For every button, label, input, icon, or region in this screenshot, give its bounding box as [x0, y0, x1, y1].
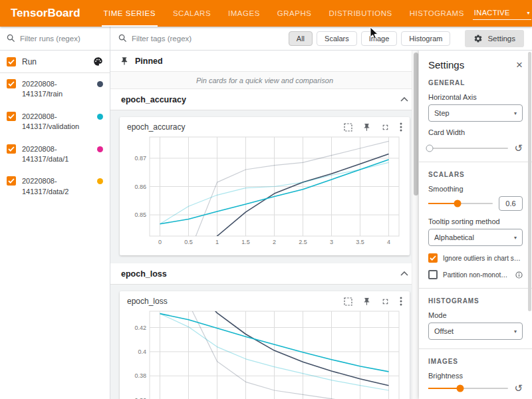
tooltip-sorting-label: Tooltip sorting method	[428, 217, 523, 225]
cards-scroll-area: Pinned Pin cards for a quick view and co…	[110, 51, 419, 399]
tag-type-chip[interactable]: All	[289, 31, 313, 46]
card-title: epoch_accuracy	[127, 122, 185, 132]
run-color-palette-icon[interactable]	[93, 57, 103, 66]
nav-tab[interactable]: SCALARS	[164, 0, 219, 27]
nav-tab[interactable]: DISTRIBUTIONS	[320, 0, 400, 27]
search-icon	[118, 34, 127, 43]
nav-tab[interactable]: IMAGES	[219, 0, 269, 27]
section-header-epoch-loss[interactable]: epoch_loss	[110, 263, 419, 285]
svg-text:0.36: 0.36	[134, 397, 146, 399]
nav-tab-label: HISTOGRAMS	[410, 9, 464, 17]
check-icon	[8, 178, 15, 184]
pin-icon[interactable]	[362, 123, 371, 132]
card-title: epoch_loss	[127, 297, 168, 306]
run-list-item[interactable]: 20220808-141317/validation	[0, 106, 110, 138]
runs-filter-input[interactable]	[20, 35, 103, 43]
select-all-runs-checkbox[interactable]	[7, 57, 16, 66]
epoch-accuracy-chart[interactable]: 00.511.522.533.540.850.860.87	[124, 132, 404, 248]
more-menu-icon[interactable]	[400, 297, 402, 306]
svg-text:0.85: 0.85	[134, 211, 146, 218]
svg-text:1.5: 1.5	[241, 239, 250, 245]
tag-type-chip-label: Histogram	[409, 35, 442, 43]
card-width-slider[interactable]	[428, 148, 508, 149]
smoothing-slider-thumb[interactable]	[454, 200, 461, 207]
settings-panel: Settings × GENERAL Horizontal Axis Step …	[419, 51, 532, 399]
card-width-slider-thumb[interactable]	[426, 144, 434, 152]
pin-icon[interactable]	[362, 297, 371, 306]
nav-tab[interactable]: GRAPHS	[269, 0, 321, 27]
close-icon[interactable]: ×	[516, 59, 523, 70]
nav-tab-label: GRAPHS	[277, 9, 312, 17]
settings-panel-title: Settings	[428, 59, 464, 70]
section-title: epoch_accuracy	[121, 95, 186, 104]
brightness-slider[interactable]	[428, 388, 508, 389]
smoothing-value-input[interactable]	[499, 196, 523, 211]
tag-type-chip[interactable]: Image	[361, 31, 398, 46]
chevron-down-icon: ▾	[514, 329, 517, 334]
check-icon	[430, 255, 436, 261]
fullscreen-icon[interactable]	[381, 123, 390, 132]
section-header-epoch-accuracy[interactable]: epoch_accuracy	[110, 89, 419, 110]
pinned-title: Pinned	[135, 57, 163, 66]
nav-tabs: TIME SERIES SCALARS IMAGES GRAPHS DISTRI…	[95, 0, 473, 27]
tooltip-sorting-value: Alphabetical	[434, 233, 474, 241]
tag-type-chip[interactable]: Scalars	[317, 31, 357, 46]
nav-tab[interactable]: HISTOGRAMS	[401, 0, 473, 27]
svg-text:2.5: 2.5	[299, 239, 307, 245]
reset-icon[interactable]: ↺	[514, 143, 523, 153]
pin-icon	[120, 57, 129, 66]
epoch-loss-chart[interactable]: 00.511.522.533.540.360.380.40.42	[124, 307, 404, 399]
card-header: epoch_accuracy	[124, 120, 405, 132]
run-checkbox[interactable]	[7, 176, 16, 186]
chevron-up-icon[interactable]	[400, 271, 408, 276]
nav-tab-label: SCALARS	[173, 9, 211, 17]
run-color-dot	[97, 178, 103, 184]
runs-header-row: Run	[0, 51, 110, 73]
chevron-down-icon: ▾	[514, 110, 517, 116]
ignore-outliers-checkbox[interactable]	[428, 253, 438, 263]
run-label: 20220808-141317/data/1	[22, 144, 91, 165]
reset-icon[interactable]: ↺	[514, 383, 523, 393]
runs-column-label: Run	[22, 57, 37, 66]
svg-text:0.38: 0.38	[134, 372, 146, 379]
run-list-item[interactable]: 20220808-141317/data/1	[0, 138, 110, 171]
fit-to-data-icon[interactable]	[344, 297, 352, 306]
fit-to-data-icon[interactable]	[344, 123, 352, 132]
histogram-mode-select[interactable]: Offset ▾	[428, 323, 523, 340]
svg-text:0: 0	[158, 239, 162, 245]
nav-tab[interactable]: TIME SERIES	[95, 0, 164, 27]
partition-x-axis-checkbox[interactable]	[428, 270, 438, 279]
smoothing-slider[interactable]	[428, 203, 493, 204]
run-label: 20220808-141317/train	[22, 79, 91, 100]
run-label: 20220808-141317/validation	[22, 112, 91, 132]
card-actions	[344, 297, 402, 306]
reload-status-select[interactable]: INACTIVE ▾	[473, 7, 531, 20]
scrollbar-thumb[interactable]	[414, 53, 418, 196]
vertical-scrollbar[interactable]	[412, 51, 419, 399]
panel-scrollbar-thumb[interactable]	[528, 52, 531, 311]
tags-filter: All Scalars Image Histogram	[110, 27, 458, 50]
run-checkbox[interactable]	[7, 79, 16, 88]
run-label: 20220808-141317/data/2	[22, 176, 91, 197]
run-list-item[interactable]: 20220808-141317/train	[0, 73, 110, 106]
tags-filter-input[interactable]	[132, 35, 284, 43]
settings-button[interactable]: Settings	[465, 30, 524, 47]
tag-type-chips: All Scalars Image Histogram	[289, 31, 451, 46]
tag-type-chip-label: Image	[369, 35, 390, 43]
run-checkbox[interactable]	[7, 112, 16, 121]
run-checkbox[interactable]	[7, 144, 16, 154]
group-label-images: IMAGES	[428, 358, 523, 365]
horizontal-axis-select[interactable]: Step ▾	[428, 104, 523, 122]
svg-text:0.86: 0.86	[134, 184, 146, 190]
info-icon[interactable]	[515, 271, 523, 279]
tag-type-chip[interactable]: Histogram	[401, 31, 450, 46]
run-list-item[interactable]: 20220808-141317/data/2	[0, 170, 110, 203]
brightness-slider-thumb[interactable]	[457, 384, 464, 392]
more-menu-icon[interactable]	[400, 122, 402, 132]
fullscreen-icon[interactable]	[381, 297, 390, 306]
check-icon	[8, 81, 15, 86]
tooltip-sorting-select[interactable]: Alphabetical ▾	[428, 229, 523, 246]
app-title: TensorBoard	[0, 7, 95, 20]
chevron-up-icon[interactable]	[400, 97, 408, 102]
divider	[419, 348, 532, 349]
